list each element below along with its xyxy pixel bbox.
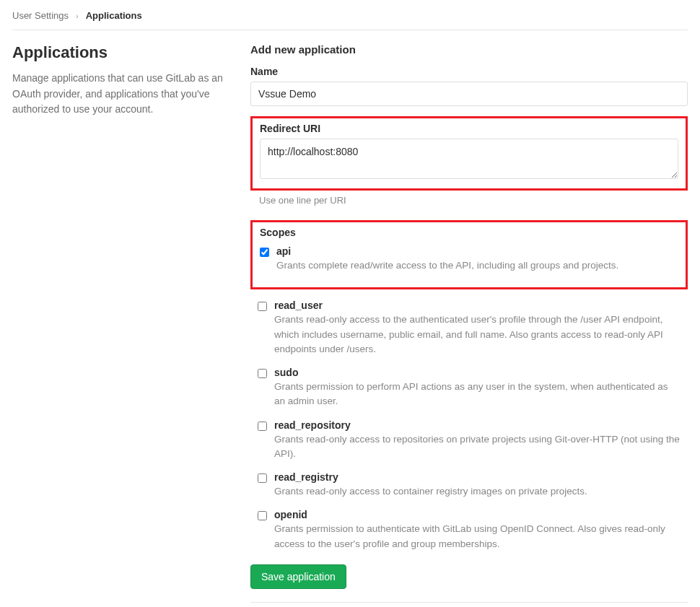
scope-name: api <box>276 245 678 257</box>
scope-checkbox-read-registry[interactable] <box>258 473 267 483</box>
divider <box>250 602 688 603</box>
scope-description: Grants read-only access to repositories … <box>274 434 680 459</box>
breadcrumb: User Settings › Applications <box>12 0 688 30</box>
scope-description: Grants permission to perform API actions… <box>274 381 668 406</box>
redirect-uri-input[interactable] <box>260 139 678 179</box>
scope-name: read_registry <box>274 471 681 483</box>
name-label: Name <box>250 66 688 77</box>
scope-name: read_repository <box>274 419 681 431</box>
scope-item-api: api Grants complete read/write access to… <box>260 245 678 273</box>
scope-checkbox-sudo[interactable] <box>258 369 267 378</box>
breadcrumb-parent[interactable]: User Settings <box>12 10 69 21</box>
scope-item-read-registry: read_registry Grants read-only access to… <box>258 471 681 499</box>
scope-checkbox-api[interactable] <box>260 248 269 257</box>
scope-name: read_user <box>274 300 681 311</box>
page-description: Manage applications that can use GitLab … <box>12 71 229 118</box>
scope-checkbox-openid[interactable] <box>258 511 267 520</box>
scope-item-read-user: read_user Grants read-only access to the… <box>258 300 681 357</box>
page-title: Applications <box>12 43 229 62</box>
sidebar: Applications Manage applications that ca… <box>12 43 229 607</box>
redirect-uri-label: Redirect URI <box>260 123 678 134</box>
scope-description: Grants read-only access to the authentic… <box>274 314 663 354</box>
save-application-button[interactable]: Save application <box>250 564 346 589</box>
scope-description: Grants complete read/write access to the… <box>276 260 618 271</box>
scope-checkbox-read-repository[interactable] <box>258 422 267 431</box>
breadcrumb-current: Applications <box>86 10 142 21</box>
redirect-uri-highlight: Redirect URI <box>250 116 688 191</box>
section-title: Add new application <box>250 43 688 56</box>
name-input[interactable] <box>250 82 688 106</box>
scope-description: Grants permission to authenticate with G… <box>274 523 665 549</box>
scope-checkbox-read-user[interactable] <box>258 302 267 311</box>
redirect-uri-help: Use one line per URI <box>250 195 688 206</box>
main-form: Add new application Name Redirect URI Us… <box>250 43 688 607</box>
scope-item-openid: openid Grants permission to authenticate… <box>258 509 681 551</box>
scopes-label: Scopes <box>260 227 678 238</box>
scope-name: openid <box>274 509 681 520</box>
scopes-highlight: Scopes api Grants complete read/write ac… <box>250 220 688 289</box>
scope-name: sudo <box>274 367 681 378</box>
chevron-right-icon: › <box>76 12 79 20</box>
scope-item-sudo: sudo Grants permission to perform API ac… <box>258 367 681 409</box>
scope-description: Grants read-only access to container reg… <box>274 486 587 497</box>
scope-item-read-repository: read_repository Grants read-only access … <box>258 419 681 462</box>
